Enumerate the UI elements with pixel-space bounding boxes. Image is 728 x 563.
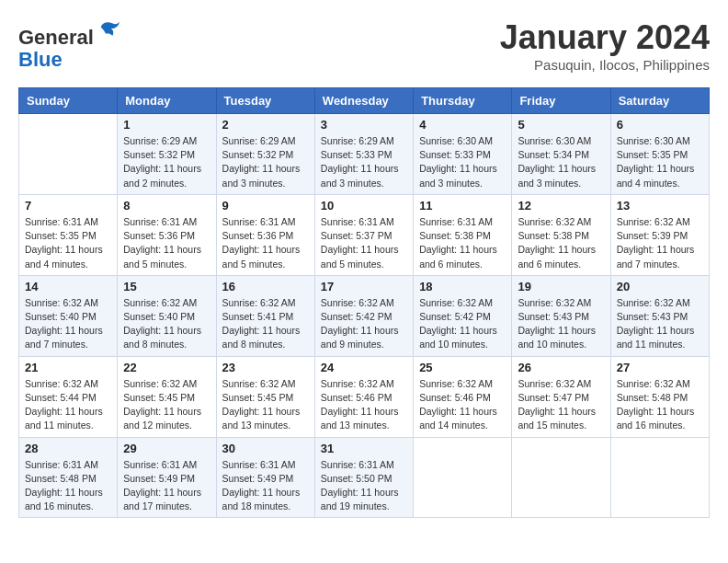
calendar-cell bbox=[19, 114, 118, 195]
day-info: Sunrise: 6:30 AMSunset: 5:34 PMDaylight:… bbox=[518, 134, 604, 190]
calendar-cell: 7Sunrise: 6:31 AMSunset: 5:35 PMDaylight… bbox=[19, 194, 118, 275]
day-info: Sunrise: 6:32 AMSunset: 5:48 PMDaylight:… bbox=[617, 377, 703, 433]
day-number: 20 bbox=[617, 280, 703, 293]
logo: General Blue bbox=[18, 18, 121, 71]
day-number: 17 bbox=[321, 280, 407, 293]
week-row-5: 28Sunrise: 6:31 AMSunset: 5:48 PMDayligh… bbox=[19, 437, 710, 518]
calendar-cell: 26Sunrise: 6:32 AMSunset: 5:47 PMDayligh… bbox=[512, 356, 610, 437]
day-info: Sunrise: 6:32 AMSunset: 5:40 PMDaylight:… bbox=[25, 296, 111, 352]
calendar-cell: 11Sunrise: 6:31 AMSunset: 5:38 PMDayligh… bbox=[414, 194, 512, 275]
calendar-cell: 9Sunrise: 6:31 AMSunset: 5:36 PMDaylight… bbox=[216, 194, 314, 275]
day-info: Sunrise: 6:32 AMSunset: 5:42 PMDaylight:… bbox=[419, 296, 506, 352]
day-info: Sunrise: 6:32 AMSunset: 5:38 PMDaylight:… bbox=[518, 215, 604, 271]
header-sunday: Sunday bbox=[19, 88, 118, 114]
calendar-cell: 12Sunrise: 6:32 AMSunset: 5:38 PMDayligh… bbox=[512, 194, 610, 275]
logo-general: General bbox=[18, 26, 94, 49]
calendar-cell: 17Sunrise: 6:32 AMSunset: 5:42 PMDayligh… bbox=[314, 275, 413, 356]
day-number: 23 bbox=[222, 361, 309, 374]
day-info: Sunrise: 6:31 AMSunset: 5:36 PMDaylight:… bbox=[123, 215, 210, 271]
day-number: 7 bbox=[25, 199, 111, 213]
day-info: Sunrise: 6:31 AMSunset: 5:37 PMDaylight:… bbox=[321, 215, 407, 271]
calendar-cell: 19Sunrise: 6:32 AMSunset: 5:43 PMDayligh… bbox=[512, 275, 610, 356]
day-number: 3 bbox=[321, 118, 407, 132]
day-number: 31 bbox=[321, 442, 407, 455]
week-row-1: 1Sunrise: 6:29 AMSunset: 5:32 PMDaylight… bbox=[19, 114, 710, 195]
calendar-cell: 24Sunrise: 6:32 AMSunset: 5:46 PMDayligh… bbox=[314, 356, 413, 437]
day-number: 22 bbox=[123, 361, 210, 374]
header-wednesday: Wednesday bbox=[314, 88, 413, 114]
week-row-3: 14Sunrise: 6:32 AMSunset: 5:40 PMDayligh… bbox=[19, 275, 710, 356]
calendar-cell: 20Sunrise: 6:32 AMSunset: 5:43 PMDayligh… bbox=[610, 275, 709, 356]
calendar-cell bbox=[610, 437, 709, 518]
day-number: 27 bbox=[617, 361, 703, 374]
day-info: Sunrise: 6:31 AMSunset: 5:48 PMDaylight:… bbox=[25, 458, 111, 514]
day-number: 26 bbox=[518, 361, 604, 374]
week-row-2: 7Sunrise: 6:31 AMSunset: 5:35 PMDaylight… bbox=[19, 194, 710, 275]
day-info: Sunrise: 6:32 AMSunset: 5:41 PMDaylight:… bbox=[222, 296, 309, 352]
day-number: 11 bbox=[419, 199, 506, 213]
day-number: 21 bbox=[25, 361, 111, 374]
day-number: 13 bbox=[617, 199, 703, 213]
header-tuesday: Tuesday bbox=[216, 88, 314, 114]
calendar-cell: 13Sunrise: 6:32 AMSunset: 5:39 PMDayligh… bbox=[610, 194, 709, 275]
day-info: Sunrise: 6:31 AMSunset: 5:38 PMDaylight:… bbox=[419, 215, 506, 271]
day-number: 1 bbox=[123, 118, 210, 132]
month-title: January 2024 bbox=[500, 18, 710, 57]
day-info: Sunrise: 6:32 AMSunset: 5:40 PMDaylight:… bbox=[123, 296, 210, 352]
day-number: 10 bbox=[321, 199, 407, 213]
logo-text: General Blue bbox=[18, 18, 121, 71]
calendar-cell: 8Sunrise: 6:31 AMSunset: 5:36 PMDaylight… bbox=[118, 194, 216, 275]
day-info: Sunrise: 6:32 AMSunset: 5:43 PMDaylight:… bbox=[518, 296, 604, 352]
day-info: Sunrise: 6:29 AMSunset: 5:32 PMDaylight:… bbox=[222, 134, 309, 190]
day-info: Sunrise: 6:31 AMSunset: 5:49 PMDaylight:… bbox=[123, 458, 210, 514]
calendar-cell: 31Sunrise: 6:31 AMSunset: 5:50 PMDayligh… bbox=[314, 437, 413, 518]
day-number: 16 bbox=[222, 280, 309, 293]
day-info: Sunrise: 6:32 AMSunset: 5:45 PMDaylight:… bbox=[222, 377, 309, 433]
day-info: Sunrise: 6:31 AMSunset: 5:35 PMDaylight:… bbox=[25, 215, 111, 271]
calendar-cell: 30Sunrise: 6:31 AMSunset: 5:49 PMDayligh… bbox=[216, 437, 314, 518]
day-number: 19 bbox=[518, 280, 604, 293]
calendar-cell: 23Sunrise: 6:32 AMSunset: 5:45 PMDayligh… bbox=[216, 356, 314, 437]
calendar-cell: 28Sunrise: 6:31 AMSunset: 5:48 PMDayligh… bbox=[19, 437, 118, 518]
page-header: General Blue January 2024 Pasuquin, Iloc… bbox=[18, 18, 710, 73]
calendar-cell bbox=[414, 437, 512, 518]
day-number: 12 bbox=[518, 199, 604, 213]
day-info: Sunrise: 6:32 AMSunset: 5:46 PMDaylight:… bbox=[419, 377, 506, 433]
calendar-cell: 2Sunrise: 6:29 AMSunset: 5:32 PMDaylight… bbox=[216, 114, 314, 195]
location: Pasuquin, Ilocos, Philippines bbox=[500, 57, 710, 73]
day-info: Sunrise: 6:32 AMSunset: 5:45 PMDaylight:… bbox=[123, 377, 210, 433]
day-number: 2 bbox=[222, 118, 309, 132]
day-number: 8 bbox=[123, 199, 210, 213]
calendar-cell: 27Sunrise: 6:32 AMSunset: 5:48 PMDayligh… bbox=[610, 356, 709, 437]
calendar-cell: 16Sunrise: 6:32 AMSunset: 5:41 PMDayligh… bbox=[216, 275, 314, 356]
day-info: Sunrise: 6:30 AMSunset: 5:35 PMDaylight:… bbox=[617, 134, 703, 190]
day-info: Sunrise: 6:32 AMSunset: 5:47 PMDaylight:… bbox=[518, 377, 604, 433]
calendar-cell: 29Sunrise: 6:31 AMSunset: 5:49 PMDayligh… bbox=[118, 437, 216, 518]
header-saturday: Saturday bbox=[610, 88, 709, 114]
calendar-cell: 18Sunrise: 6:32 AMSunset: 5:42 PMDayligh… bbox=[414, 275, 512, 356]
day-info: Sunrise: 6:32 AMSunset: 5:44 PMDaylight:… bbox=[25, 377, 111, 433]
day-info: Sunrise: 6:32 AMSunset: 5:42 PMDaylight:… bbox=[321, 296, 407, 352]
header-thursday: Thursday bbox=[414, 88, 512, 114]
day-number: 5 bbox=[518, 118, 604, 132]
calendar-cell: 10Sunrise: 6:31 AMSunset: 5:37 PMDayligh… bbox=[314, 194, 413, 275]
day-info: Sunrise: 6:29 AMSunset: 5:33 PMDaylight:… bbox=[321, 134, 407, 190]
calendar-cell: 25Sunrise: 6:32 AMSunset: 5:46 PMDayligh… bbox=[414, 356, 512, 437]
day-info: Sunrise: 6:32 AMSunset: 5:39 PMDaylight:… bbox=[617, 215, 703, 271]
day-number: 18 bbox=[419, 280, 506, 293]
calendar-cell bbox=[512, 437, 610, 518]
logo-blue: Blue bbox=[18, 48, 63, 71]
calendar-cell: 5Sunrise: 6:30 AMSunset: 5:34 PMDaylight… bbox=[512, 114, 610, 195]
day-number: 24 bbox=[321, 361, 407, 374]
logo-bird-icon bbox=[96, 18, 121, 44]
day-number: 28 bbox=[25, 442, 111, 455]
day-number: 15 bbox=[123, 280, 210, 293]
day-number: 30 bbox=[222, 442, 309, 455]
title-block: January 2024 Pasuquin, Ilocos, Philippin… bbox=[500, 18, 710, 73]
day-number: 25 bbox=[419, 361, 506, 374]
week-row-4: 21Sunrise: 6:32 AMSunset: 5:44 PMDayligh… bbox=[19, 356, 710, 437]
calendar-cell: 22Sunrise: 6:32 AMSunset: 5:45 PMDayligh… bbox=[118, 356, 216, 437]
calendar-cell: 6Sunrise: 6:30 AMSunset: 5:35 PMDaylight… bbox=[610, 114, 709, 195]
calendar-cell: 4Sunrise: 6:30 AMSunset: 5:33 PMDaylight… bbox=[414, 114, 512, 195]
header-monday: Monday bbox=[118, 88, 216, 114]
